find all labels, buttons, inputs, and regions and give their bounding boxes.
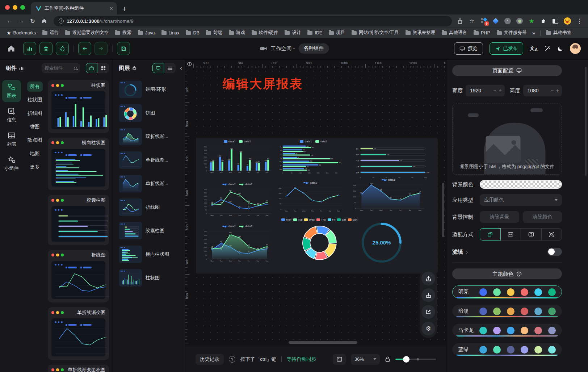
user-avatar[interactable] — [570, 43, 581, 54]
design-canvas[interactable]: 编辑大屏报表 data1data2501001502002503003500Mo… — [193, 68, 446, 346]
category-item[interactable]: 折线图 — [25, 108, 45, 118]
bookmark-folder-item[interactable]: PHP — [471, 30, 492, 36]
bookmark-folder-item[interactable]: 前端 — [204, 29, 224, 37]
reload-icon[interactable]: ↻ — [28, 16, 38, 26]
sidebar-item-小组件[interactable]: 小组件 — [2, 153, 21, 175]
fit-stretch-button[interactable] — [541, 228, 562, 241]
chart-component-hbars[interactable]: data1data2Mon120136Tue200130Wed150312Thu… — [277, 140, 350, 176]
bookmark-folder-item[interactable]: Java — [136, 30, 157, 36]
clear-background-button[interactable]: 清除背景 — [480, 211, 519, 223]
bookmark-folder-item[interactable]: 游戏 — [227, 29, 247, 37]
component-search[interactable] — [42, 63, 80, 73]
layer-item[interactable]: 饼图 — [117, 103, 181, 123]
profile-avatar[interactable] — [564, 17, 571, 25]
save-button[interactable] — [117, 42, 130, 55]
height-input[interactable]: 1080−+ — [523, 85, 562, 96]
fit-scale-button[interactable] — [480, 228, 501, 241]
component-card[interactable]: 柱状图 — [48, 80, 109, 133]
chart-component-line2[interactable]: data1data2501001502002503003500MonTueWed… — [200, 183, 274, 219]
category-item[interactable]: 地图 — [27, 149, 43, 159]
thumbnail-view-toggle[interactable] — [152, 63, 164, 73]
height-stepper[interactable]: −+ — [551, 88, 559, 93]
layers-toggle-button[interactable] — [39, 42, 52, 55]
dark-mode-moon-icon[interactable] — [557, 46, 563, 52]
star-extension-icon[interactable]: ★ — [528, 17, 535, 25]
history-button[interactable]: 历史记录 — [196, 354, 224, 365]
category-item[interactable]: 更多 — [27, 162, 43, 172]
bg-color-picker[interactable] — [480, 180, 562, 189]
chart-component-capsule[interactable]: 厦门20南阳40北京60上海80新疆100020406080100 — [352, 143, 432, 180]
layer-item[interactable]: 折线图 — [117, 197, 181, 217]
preview-button[interactable]: 预览 — [454, 42, 483, 55]
sidebar-item-列表[interactable]: 列表 — [2, 129, 21, 151]
translate-icon[interactable]: 文A — [530, 45, 538, 52]
components-toggle-button[interactable] — [23, 42, 36, 55]
publish-button[interactable]: 已发布 — [490, 42, 524, 55]
minimize-window-button[interactable] — [13, 5, 17, 10]
chrome-menu-icon[interactable]: ⋮ — [576, 17, 583, 25]
app-type-select[interactable]: 应用颜色 — [480, 194, 562, 206]
component-card[interactable]: 横向柱状图 — [48, 138, 109, 191]
new-tab-button[interactable]: + — [122, 5, 127, 13]
home-icon[interactable] — [39, 16, 49, 26]
collapse-panel-icon[interactable]: ‹ — [180, 64, 182, 72]
other-bookmarks[interactable]: 其他书签 — [544, 29, 574, 37]
page-config-header[interactable]: 页面配置 — [452, 65, 562, 76]
site-info-icon[interactable]: i — [59, 18, 64, 24]
bookmark-folder-item[interactable]: 近期需要读的文章 — [63, 29, 111, 37]
category-item[interactable]: 饼图 — [27, 122, 43, 132]
chart-component-line1[interactable]: data1501001502000MonTueWedThuFriSatSun — [275, 181, 346, 214]
forward-icon[interactable]: → — [16, 16, 26, 26]
chart-component-ring[interactable]: 25.00% — [358, 221, 405, 264]
url-bar[interactable]: i 127.0.0.1:3000/#/chart/home/9 — [54, 16, 452, 26]
theme-row-蓝绿[interactable]: 蓝绿 — [452, 343, 562, 356]
background-upload-dropzone[interactable]: 背景图需小于 5M ，格式为 png/jpg/gif 的文件 — [452, 104, 562, 175]
zoom-select[interactable]: 36% — [351, 354, 380, 365]
magic-wand-icon[interactable] — [544, 45, 551, 52]
component-card[interactable]: 胶囊柱图 — [48, 195, 109, 245]
canvas-vertical-scrollbar[interactable] — [442, 183, 444, 237]
bookmark-folder-item[interactable]: 资讯未整理 — [403, 29, 438, 37]
layer-item[interactable]: 饼图-环形 — [117, 79, 181, 100]
eye-icon[interactable] — [185, 60, 193, 68]
back-icon[interactable]: ← — [4, 16, 14, 26]
layer-item[interactable]: 单折线渐... — [117, 150, 181, 170]
layer-item[interactable]: 柱状图 — [117, 268, 181, 288]
bookmark-folder-item[interactable]: DB — [184, 30, 201, 36]
chart-component-area1[interactable]: data1501001502000MonTueWedThuFriSatSun12… — [349, 178, 428, 214]
component-card[interactable]: 单折线渐变图 — [48, 307, 109, 360]
canvas-horizontal-scrollbar[interactable] — [289, 341, 357, 344]
maximize-window-button[interactable] — [20, 5, 25, 10]
chevron-right-icon[interactable]: › — [466, 249, 468, 255]
bookmark-folder-item[interactable]: 设计 — [282, 29, 303, 37]
filter-toggle[interactable] — [547, 248, 562, 256]
close-window-button[interactable] — [5, 5, 10, 10]
zoom-slider[interactable] — [395, 359, 436, 360]
circle-extension-icon[interactable] — [516, 17, 523, 25]
export-icon[interactable] — [421, 272, 435, 285]
component-card[interactable]: 折线图 — [48, 250, 109, 303]
detail-panel-button[interactable] — [333, 354, 346, 365]
browser-tab[interactable]: 工作空间-各种组件 ✕ — [31, 2, 117, 14]
category-item[interactable]: 所有 — [27, 81, 43, 92]
asterisk-extension-icon[interactable]: * — [504, 17, 511, 25]
bookmark-folder-item[interactable]: 文件服务器 — [495, 29, 529, 37]
theme-row-暗淡[interactable]: 暗淡 — [452, 305, 562, 318]
theme-row-马卡龙[interactable]: 马卡龙 — [452, 324, 562, 337]
bookmark-folder-item[interactable]: 其他语言 — [440, 29, 469, 37]
canvas-text-component[interactable]: 编辑大屏报表 — [223, 76, 303, 92]
gem-extension-icon[interactable] — [492, 17, 499, 25]
bookmarks-root[interactable]: ★Bookmarks — [4, 29, 38, 37]
home-button[interactable] — [7, 45, 15, 53]
category-item[interactable]: 散点图 — [25, 135, 45, 145]
unlock-icon[interactable] — [385, 356, 390, 362]
theme-row-明亮[interactable]: 明亮 — [452, 285, 562, 298]
sidebar-toggle-icon[interactable] — [552, 17, 559, 25]
import-icon[interactable] — [421, 288, 435, 302]
bookmark-folder-item[interactable]: Linux — [159, 30, 182, 36]
help-icon[interactable]: ? — [229, 356, 235, 363]
layer-item[interactable]: 双折线渐... — [117, 126, 181, 147]
details-toggle-button[interactable] — [56, 42, 69, 55]
layer-item[interactable]: 胶囊柱图 — [117, 221, 181, 241]
undo-button[interactable] — [78, 42, 91, 55]
